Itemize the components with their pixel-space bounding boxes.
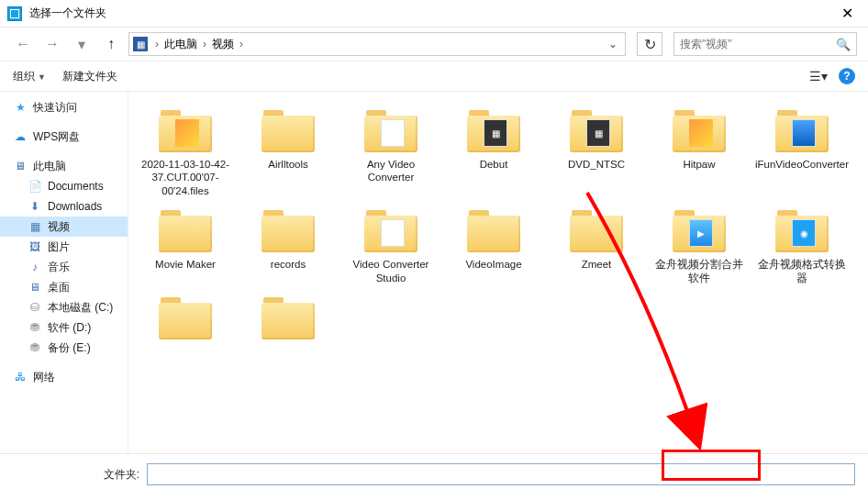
- folder-item[interactable]: Video Converter Studio: [339, 203, 442, 290]
- breadcrumb-thispc[interactable]: 此电脑: [162, 35, 199, 54]
- folder-label: Hitpaw: [683, 158, 715, 171]
- folder-icon: [671, 108, 728, 154]
- sidebar-localc[interactable]: ⛁本地磁盘 (C:): [0, 297, 128, 317]
- folder-item[interactable]: [237, 290, 339, 350]
- folder-item[interactable]: VideoImage: [442, 203, 545, 290]
- sidebar-desktop[interactable]: 🖥桌面: [0, 277, 128, 297]
- chevron-right-icon[interactable]: ›: [239, 38, 243, 50]
- folder-item[interactable]: Airlltools: [237, 103, 339, 203]
- folder-item[interactable]: records: [237, 203, 339, 290]
- sidebar-pictures[interactable]: 🖼图片: [0, 237, 128, 257]
- disk-icon: ⛃: [28, 320, 42, 335]
- chevron-right-icon[interactable]: ›: [203, 38, 206, 50]
- footer: 文件夹: 选择文件夹 取消: [0, 453, 868, 489]
- chevron-right-icon[interactable]: ›: [155, 38, 159, 50]
- folder-label: Debut: [480, 158, 508, 171]
- view-options-button[interactable]: ☰▾: [807, 65, 829, 87]
- folder-thumb-icon: [381, 119, 405, 147]
- video-icon: ▦: [28, 219, 42, 234]
- folder-icon: ▦: [568, 108, 625, 154]
- folder-icon: [260, 295, 317, 341]
- nav-row: ← → ▾ ↑ ▦ › 此电脑 › 视频 › ⌄ ↻ 🔍: [0, 28, 868, 61]
- breadcrumb-dropdown[interactable]: ⌄: [605, 38, 621, 50]
- document-icon: 📄: [28, 179, 42, 194]
- folder-thumb-icon: ▦: [586, 119, 610, 147]
- content-area[interactable]: 2020-11-03-10-42-37.CUT.00'07-00'24.file…: [128, 92, 868, 453]
- folder-label: iFunVideoConverter: [755, 158, 849, 171]
- refresh-button[interactable]: ↻: [637, 32, 662, 56]
- help-button[interactable]: ?: [839, 68, 855, 84]
- close-button[interactable]: ✕: [833, 0, 861, 28]
- sidebar-wps[interactable]: ☁WPS网盘: [0, 127, 128, 147]
- folder-icon: [157, 208, 214, 254]
- folder-item[interactable]: [134, 290, 237, 350]
- folder-icon: ◉: [773, 208, 830, 254]
- disk-icon: ⛃: [28, 340, 42, 355]
- folder-thumb-icon: ▦: [484, 119, 507, 147]
- folder-icon: [157, 295, 214, 341]
- folder-label: DVD_NTSC: [568, 158, 625, 171]
- folder-label: Any Video Converter: [343, 158, 439, 184]
- sidebar-softd[interactable]: ⛃软件 (D:): [0, 317, 128, 338]
- picture-icon: 🖼: [28, 239, 42, 254]
- toolbar: 组织▼ 新建文件夹 ☰▾ ?: [0, 61, 868, 92]
- folder-item[interactable]: ◉金舟视频格式转换器: [751, 203, 853, 290]
- download-icon: ⬇: [28, 199, 42, 214]
- up-button[interactable]: ↑: [99, 32, 123, 56]
- sidebar-quickaccess[interactable]: ★快速访问: [0, 97, 128, 117]
- sidebar: ★快速访问 ☁WPS网盘 🖥此电脑 📄Documents ⬇Downloads …: [0, 92, 128, 453]
- titlebar: 选择一个文件夹 ✕: [0, 0, 868, 28]
- sidebar-documents[interactable]: 📄Documents: [0, 176, 128, 196]
- folder-label: 2020-11-03-10-42-37.CUT.00'07-00'24.file…: [138, 158, 233, 197]
- foldername-input[interactable]: [147, 463, 855, 485]
- folder-grid: 2020-11-03-10-42-37.CUT.00'07-00'24.file…: [134, 103, 862, 350]
- sidebar-music[interactable]: ♪音乐: [0, 257, 128, 277]
- network-icon: 🖧: [13, 370, 28, 384]
- folder-label: Airlltools: [268, 158, 307, 171]
- folder-thumb-icon: ▶: [689, 219, 713, 247]
- folder-thumb-icon: [689, 119, 713, 147]
- forward-button[interactable]: →: [40, 32, 64, 56]
- folder-icon: [260, 108, 317, 154]
- sidebar-backupe[interactable]: ⛃备份 (E:): [0, 338, 128, 358]
- pc-icon: 🖥: [13, 159, 28, 173]
- sidebar-network[interactable]: 🖧网络: [0, 367, 128, 387]
- folder-icon: [362, 208, 419, 254]
- folder-label: 金舟视频分割合并软件: [651, 258, 747, 284]
- folder-icon: [568, 208, 625, 254]
- folder-item[interactable]: Hitpaw: [648, 103, 751, 203]
- folder-icon: [157, 108, 214, 154]
- new-folder-button[interactable]: 新建文件夹: [62, 69, 117, 84]
- back-button[interactable]: ←: [11, 32, 35, 56]
- folder-label: Movie Maker: [155, 258, 216, 271]
- folder-thumb-icon: [175, 119, 199, 147]
- folder-item[interactable]: iFunVideoConverter: [751, 103, 853, 203]
- folder-icon: ▦: [465, 108, 522, 154]
- foldername-label: 文件夹:: [13, 467, 147, 483]
- search-box[interactable]: 🔍: [673, 32, 857, 56]
- folder-item[interactable]: Any Video Converter: [339, 103, 442, 203]
- folder-item[interactable]: ▶金舟视频分割合并软件: [648, 203, 751, 290]
- folder-item[interactable]: Zmeet: [545, 203, 648, 290]
- search-icon[interactable]: 🔍: [836, 38, 851, 51]
- search-input[interactable]: [680, 38, 836, 50]
- folder-item[interactable]: 2020-11-03-10-42-37.CUT.00'07-00'24.file…: [134, 103, 237, 203]
- breadcrumb-videos[interactable]: 视频: [210, 35, 236, 54]
- window-title: 选择一个文件夹: [29, 6, 833, 21]
- recent-dropdown[interactable]: ▾: [70, 32, 94, 56]
- organize-menu[interactable]: 组织▼: [13, 69, 46, 84]
- folder-item[interactable]: Movie Maker: [134, 203, 237, 290]
- main-area: ★快速访问 ☁WPS网盘 🖥此电脑 📄Documents ⬇Downloads …: [0, 92, 868, 453]
- folder-thumb-icon: ◉: [792, 219, 816, 247]
- folder-item[interactable]: ▦Debut: [442, 103, 545, 203]
- folder-icon: [260, 208, 317, 254]
- breadcrumb[interactable]: ▦ › 此电脑 › 视频 › ⌄: [128, 32, 626, 56]
- folder-label: 金舟视频格式转换器: [754, 258, 850, 284]
- sidebar-videos[interactable]: ▦视频: [0, 217, 128, 237]
- folder-item[interactable]: ▦DVD_NTSC: [545, 103, 648, 203]
- folder-icon: [465, 208, 522, 254]
- folder-thumb-icon: [792, 119, 816, 147]
- disk-icon: ⛁: [28, 300, 42, 315]
- sidebar-downloads[interactable]: ⬇Downloads: [0, 196, 128, 217]
- sidebar-thispc[interactable]: 🖥此电脑: [0, 156, 128, 176]
